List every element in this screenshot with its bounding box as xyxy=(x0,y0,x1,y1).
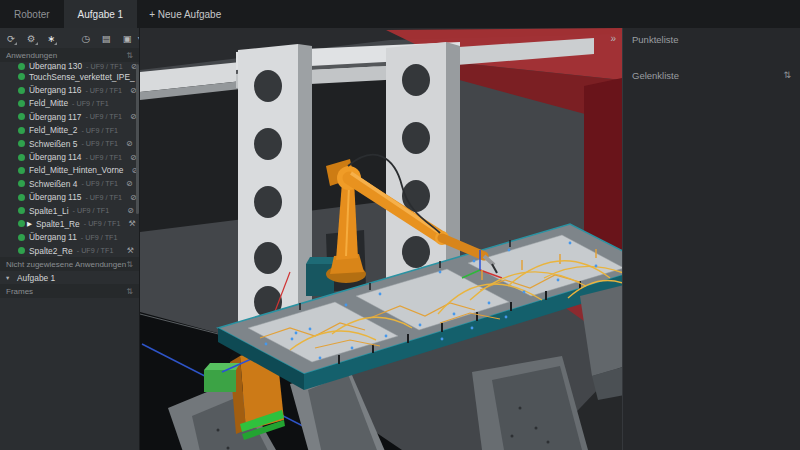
main-area: ⟳⚙∗◷▤▣▾ Anwendungen ⇅ Übergang 130- UF9 … xyxy=(0,28,800,450)
app-item-label: Übergang 11 xyxy=(29,232,77,242)
app-item-frame-suffix: - UF9 / TF1 xyxy=(85,112,122,121)
sidebar: ⟳⚙∗◷▤▣▾ Anwendungen ⇅ Übergang 130- UF9 … xyxy=(0,28,140,450)
submenu-corner xyxy=(35,42,38,45)
visibility-icon[interactable]: ⊘ xyxy=(126,139,133,148)
app-item-frame-suffix: - UF9 / TF1 xyxy=(81,233,118,242)
status-dot-icon xyxy=(18,87,25,94)
viewport-toolbar xyxy=(140,28,622,49)
submenu-corner xyxy=(14,42,17,45)
status-dot-icon xyxy=(18,247,25,254)
robot-programming-app: RoboterAufgabe 1 + Neue Aufgabe ⟳⚙∗◷▤▣▾ … xyxy=(0,0,800,450)
app-item-frame-suffix: - UF9 / TF1 xyxy=(81,179,118,188)
rotate-tool-icon[interactable]: ⟳ xyxy=(7,33,15,44)
status-dot-icon xyxy=(18,140,25,147)
tab-aufgabe-1[interactable]: Aufgabe 1 xyxy=(64,0,138,28)
unassigned-item-label: Aufgabe 1 xyxy=(17,273,55,283)
app-item-label: Übergang 116 xyxy=(29,85,81,95)
collapse-icon[interactable]: ⇅ xyxy=(126,51,133,60)
app-item[interactable]: Schweißen 5- UF9 / TF1⊘⚒ xyxy=(0,137,139,150)
submenu-corner xyxy=(54,42,57,45)
app-item[interactable]: Übergang 114- UF9 / TF1⊘ xyxy=(0,150,139,163)
app-item[interactable]: Feld_Mitte_Hinten_Vorne⊘⚒ xyxy=(0,164,139,177)
app-item-label: Spalte1_Li xyxy=(29,206,69,216)
unassigned-group[interactable]: ▾Aufgabe 1 xyxy=(0,271,139,284)
app-item-label: Übergang 130 xyxy=(29,62,82,70)
document-icon[interactable]: ▤ xyxy=(102,33,111,44)
chevron-down-icon[interactable]: ▾ xyxy=(6,274,13,282)
status-dot-icon xyxy=(18,63,25,70)
app-item[interactable]: Spalte2_Re- UF9 / TF1⚒ xyxy=(0,244,139,257)
app-item-label: TouchSense_verkettet_IPE_ xyxy=(29,72,135,82)
pointlist-title: Punkteliste xyxy=(632,34,678,45)
application-list: Übergang 130- UF9 / TF1⊘TouchSense_verke… xyxy=(0,62,139,257)
app-item-frame-suffix: - UF9 / TF1 xyxy=(81,126,118,135)
status-dot-icon xyxy=(18,100,25,107)
status-dot-icon xyxy=(18,194,25,201)
robot-tool-icon[interactable]: ⚙ xyxy=(27,33,36,44)
app-item[interactable]: ▶Spalte1_Re- UF9 / TF1⚒ xyxy=(0,217,139,230)
status-dot-icon xyxy=(18,73,25,80)
app-item-label: Spalte1_Re xyxy=(36,219,80,229)
app-item[interactable]: Schweißen 4- UF9 / TF1⊘⚒ xyxy=(0,177,139,190)
app-item[interactable]: Übergang 11- UF9 / TF1 xyxy=(0,231,139,244)
app-item-label: Feld_Mitte xyxy=(29,98,68,108)
app-item-label: Schweißen 4 xyxy=(29,179,77,189)
app-item-label: Übergang 115 xyxy=(29,192,81,202)
app-item-frame-suffix: - UF9 / TF1 xyxy=(72,99,109,108)
status-dot-icon xyxy=(18,207,25,214)
collapse-icon[interactable]: ⇅ xyxy=(783,70,791,80)
status-dot-icon xyxy=(18,220,25,227)
app-item-label: Feld_Mitte_2 xyxy=(29,125,77,135)
collapse-icon[interactable]: ⇅ xyxy=(126,287,133,296)
section-header-unassigned[interactable]: Nicht zugewiesene Anwendungen ⇅ xyxy=(0,257,139,271)
app-item-frame-suffix: - UF9 / TF1 xyxy=(86,62,123,70)
expand-panel-button[interactable]: » xyxy=(610,28,616,49)
visibility-icon[interactable]: ⊘ xyxy=(126,179,133,188)
status-dot-icon xyxy=(18,113,25,120)
visibility-icon[interactable]: ⊘ xyxy=(127,206,134,215)
timer-icon[interactable]: ◷ xyxy=(81,33,89,44)
status-dot-icon xyxy=(18,127,25,134)
3d-scene[interactable] xyxy=(140,28,622,450)
app-item[interactable]: Übergang 115- UF9 / TF1⊘ xyxy=(0,191,139,204)
pointlist-toolbar xyxy=(623,50,800,66)
collapse-icon[interactable]: ⇅ xyxy=(126,260,133,269)
app-item-frame-suffix: - UF9 / TF1 xyxy=(77,246,114,255)
right-panel: Punkteliste Gelenkliste ⇅ xyxy=(622,28,800,450)
new-task-button[interactable]: + Neue Aufgabe xyxy=(137,0,233,28)
app-item-label: Feld_Mitte_Hinten_Vorne xyxy=(29,165,124,175)
status-dot-icon xyxy=(18,167,25,174)
app-item-label: Übergang 114 xyxy=(29,152,81,162)
app-item-frame-suffix: - UF9 / TF1 xyxy=(85,153,122,162)
sidebar-toolbar: ⟳⚙∗◷▤▣▾ xyxy=(0,28,139,48)
camera-icon[interactable]: ▣▾ xyxy=(123,33,132,44)
section-title: Nicht zugewiesene Anwendungen xyxy=(6,260,126,269)
section-title: Anwendungen xyxy=(6,51,57,60)
section-title: Frames xyxy=(6,287,33,296)
app-item[interactable]: Übergang 117- UF9 / TF1⊘ xyxy=(0,110,139,123)
tab-roboter[interactable]: Roboter xyxy=(0,0,64,28)
unassigned-list: ▾Aufgabe 1 xyxy=(0,271,139,284)
section-header-applications[interactable]: Anwendungen ⇅ xyxy=(0,48,139,62)
app-item-label: Übergang 117 xyxy=(29,112,81,122)
status-dot-icon xyxy=(18,180,25,187)
app-item[interactable]: Feld_Mitte- UF9 / TF1 xyxy=(0,97,139,110)
app-item[interactable]: Übergang 130- UF9 / TF1⊘ xyxy=(0,62,139,70)
wrench-icon[interactable]: ⚒ xyxy=(128,219,135,228)
current-item-marker-icon: ▶ xyxy=(27,220,32,228)
tab-strip: RoboterAufgabe 1 xyxy=(0,0,137,28)
app-item-frame-suffix: - UF9 / TF1 xyxy=(84,219,121,228)
app-item[interactable]: Übergang 116- UF9 / TF1⊘ xyxy=(0,83,139,96)
app-item[interactable]: TouchSense_verkettet_IPE_⚒ xyxy=(0,70,139,83)
app-item[interactable]: Spalte1_Li- UF9 / TF1⊘ xyxy=(0,204,139,217)
app-item-frame-suffix: - UF9 / TF1 xyxy=(85,193,122,202)
app-item[interactable]: Feld_Mitte_2- UF9 / TF1 xyxy=(0,124,139,137)
status-dot-icon xyxy=(18,234,25,241)
sidebar-scrollbar[interactable] xyxy=(136,64,139,214)
wrench-icon[interactable]: ⚒ xyxy=(127,246,134,255)
settings-tool-icon[interactable]: ∗ xyxy=(48,33,56,44)
app-item-frame-suffix: - UF9 / TF1 xyxy=(73,206,110,215)
section-header-frames[interactable]: Frames ⇅ xyxy=(0,284,139,298)
viewport-3d[interactable]: » xyxy=(140,28,622,450)
app-item-label: Schweißen 5 xyxy=(29,139,77,149)
